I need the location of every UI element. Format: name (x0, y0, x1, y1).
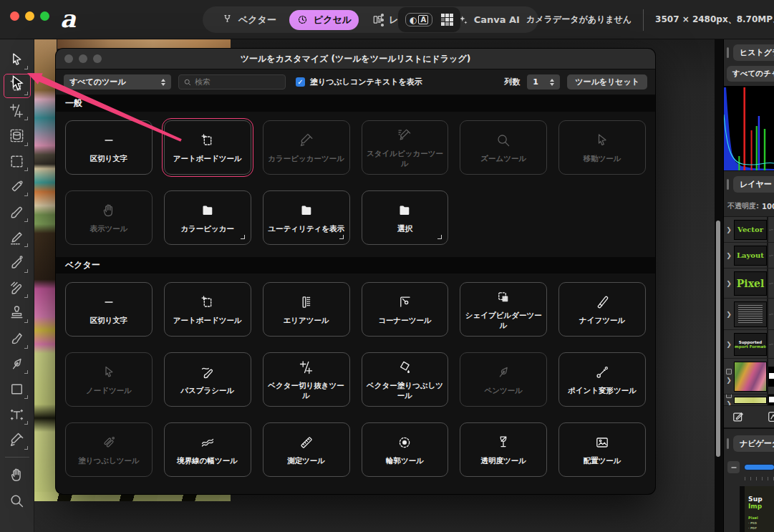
panel-grip[interactable] (727, 438, 729, 449)
pixel-pencil-tool[interactable] (4, 225, 30, 250)
pen-tool[interactable] (4, 352, 30, 377)
search-input[interactable] (195, 77, 281, 87)
tool-tile-塗りつぶしツール[interactable]: 塗りつぶしツール (65, 422, 153, 477)
tool-tile-ズームツール[interactable]: ズームツール (460, 120, 547, 175)
close-button[interactable] (10, 11, 19, 21)
color-picker-tool[interactable] (4, 427, 30, 453)
tool-tile-エリアツール[interactable]: エリアツール (263, 282, 350, 337)
layer-row-text-list[interactable]: ❯ (724, 299, 774, 330)
layer-expand-rail[interactable]: ❯ (724, 395, 734, 406)
edit-layer-icon[interactable] (731, 410, 745, 424)
tool-tile-ベクター切り抜きツール[interactable]: ベクター切り抜きツール (263, 352, 350, 407)
tool-tile-境界線の幅ツール[interactable]: 境界線の幅ツール (164, 422, 251, 477)
vertical-scrollbar[interactable] (716, 221, 720, 457)
layer-row-Vector[interactable]: ❯Vector (724, 217, 774, 243)
tool-tile-アートボードツール[interactable]: アートボードツール (164, 282, 251, 337)
mixer-brush-tool[interactable] (4, 276, 30, 301)
tool-tile-ユーティリティを表示[interactable]: ユーティリティを表示 (263, 190, 350, 245)
zoom-tool[interactable] (4, 488, 30, 513)
tool-tile-カラーピッカー[interactable]: カラーピッカー (164, 190, 251, 245)
adjustment-icon[interactable] (766, 410, 774, 424)
persona-tab-ベクター[interactable]: ベクター (214, 10, 284, 30)
layer-row-Pixel[interactable]: ❯Pixel (724, 269, 774, 299)
view-tool[interactable] (4, 463, 30, 488)
tool-tile-カラーピッカーツール[interactable]: カラーピッカーツール (263, 120, 350, 175)
layer-row-image[interactable]: ❯ (724, 359, 774, 395)
tool-tile-シェイプビルダーツール[interactable]: シェイプビルダーツール (460, 282, 547, 337)
panel-grip[interactable] (727, 179, 729, 190)
tool-tile-表示ツール[interactable]: 表示ツール (65, 190, 153, 245)
shape-tool[interactable] (4, 377, 30, 402)
vector-crop-tool[interactable] (4, 98, 30, 123)
assistant-toggle-button[interactable]: ◐ A (405, 13, 432, 26)
layer-extra-cell[interactable] (767, 243, 774, 268)
layer-expand-rail[interactable]: ❯ (724, 226, 734, 233)
layer-mask-cell[interactable] (767, 359, 774, 394)
tool-tile-ベクター塗りつぶしツール[interactable]: ベクター塗りつぶしツール (362, 352, 449, 407)
gradient-tool[interactable] (4, 174, 30, 199)
zoom-window-button[interactable] (40, 11, 49, 21)
tab-layers[interactable]: レイヤー (733, 176, 774, 193)
tool-tile-アートボードツール[interactable]: アートボードツール (164, 120, 251, 175)
clone-stamp-tool[interactable] (4, 301, 30, 326)
tool-tile-ペンツール[interactable]: ペンツール (460, 352, 547, 407)
layer-expand-rail[interactable]: ❯ (724, 280, 734, 287)
persona-tab-ピクセル[interactable]: ピクセル (289, 10, 359, 30)
layer-extra-cell[interactable] (767, 299, 774, 329)
layer-row-text-small[interactable]: ❯SupportedImport Formats (724, 330, 774, 359)
checkbox-checked-icon[interactable]: ✓ (296, 77, 305, 87)
more-options-button[interactable] (378, 12, 387, 28)
tool-tile-選択[interactable]: 選択 (362, 190, 449, 245)
tab-navigator[interactable]: ナビゲータ (733, 435, 774, 452)
layer-row-image-partial[interactable]: ❯ (724, 395, 774, 406)
channels-dropdown[interactable]: すべてのチャ (727, 66, 774, 82)
artboard-tool-highlight-box (4, 74, 31, 98)
layer-extra-cell[interactable] (767, 217, 774, 242)
minimize-button[interactable] (25, 11, 34, 21)
tool-tile-ノードツール[interactable]: ノードツール (65, 352, 153, 407)
opacity-value[interactable]: 100 (762, 203, 774, 211)
navigator-zoom-slider[interactable] (745, 465, 774, 470)
frame-text-tool[interactable] (4, 402, 30, 427)
zoom-out-button[interactable] (727, 461, 740, 473)
smudge-tool[interactable] (4, 326, 30, 351)
paint-brush-tool[interactable] (4, 199, 30, 224)
persona-tab-Canva AI[interactable]: Canva AI (450, 10, 527, 29)
tool-tile-測定ツール[interactable]: 測定ツール (263, 422, 350, 477)
apps-grid-button[interactable] (441, 14, 453, 26)
tool-tile-ポイント変形ツール[interactable]: ポイント変形ツール (558, 352, 646, 407)
tab-histogram[interactable]: ヒストグラ (733, 44, 774, 61)
layer-expand-rail[interactable]: ❯ (724, 369, 734, 384)
mesh-warp-tool[interactable] (4, 123, 30, 148)
chevron-right-icon: ❯ (726, 311, 732, 318)
layer-expand-rail[interactable]: ❯ (724, 252, 734, 259)
path-brush-icon (199, 364, 216, 381)
layer-mask-cell[interactable] (767, 395, 774, 405)
move-tool[interactable] (4, 47, 30, 72)
layer-extra-cell[interactable] (767, 269, 774, 298)
layer-row-Layout[interactable]: ❯Layout (724, 243, 774, 269)
tool-tile-区切り文字[interactable]: 区切り文字 (65, 282, 153, 337)
columns-stepper[interactable]: 1 (527, 74, 560, 90)
tool-tile-輪郭ツール[interactable]: 輪郭ツール (362, 422, 449, 477)
tool-tile-ナイフツール[interactable]: ナイフツール (558, 282, 646, 337)
panel-grip[interactable] (727, 47, 729, 58)
tool-tile-配置ツール[interactable]: 配置ツール (558, 422, 646, 477)
tool-tile-区切り文字[interactable]: 区切り文字 (65, 120, 153, 175)
wet-brush-tool[interactable] (4, 250, 30, 275)
navigator-preview[interactable]: Sup Imp Pixel · PSD· PDF· JPEG· TIFF· PN… (740, 486, 774, 532)
tool-filter-dropdown[interactable]: すべてのツール (64, 74, 171, 90)
marquee-selection-tool[interactable] (4, 149, 30, 174)
tool-tile-コーナーツール[interactable]: コーナーツール (362, 282, 449, 337)
half-circle-icon: ◐ (410, 16, 417, 24)
tool-tile-スタイルピッカーツール[interactable]: スタイルピッカーツール (362, 120, 449, 175)
layer-extra-cell[interactable] (767, 330, 774, 358)
tool-tile-透明度ツール[interactable]: 透明度ツール (460, 422, 547, 477)
tool-search-field[interactable] (178, 74, 286, 90)
tool-tile-移動ツール[interactable]: 移動ツール (558, 120, 646, 175)
tool-tile-パスブラシール[interactable]: パスブラシール (164, 352, 251, 407)
layer-expand-rail[interactable]: ❯ (724, 311, 734, 318)
right-panel: ヒストグラ すべてのチャ レイヤー 不透明度: 100 ❯Vector❯L (723, 39, 774, 532)
layer-expand-rail[interactable]: ❯ (724, 341, 734, 348)
reset-tools-button[interactable]: ツールをリセット (567, 74, 647, 90)
